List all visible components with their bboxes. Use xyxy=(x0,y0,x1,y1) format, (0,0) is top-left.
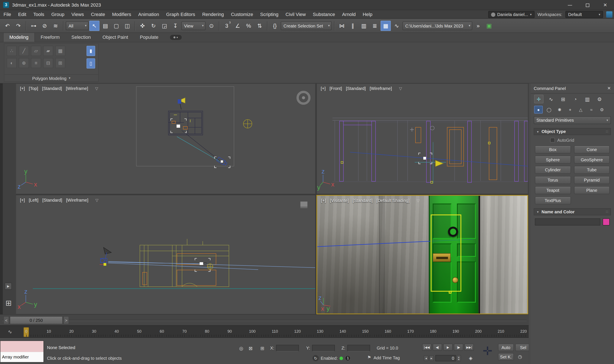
front-viewport-preset-menu[interactable]: [Standard] xyxy=(346,86,366,91)
pm-vertex-button[interactable]: ∴ xyxy=(7,46,17,56)
select-and-scale-button[interactable]: ◲ xyxy=(159,20,170,31)
auto-key-button[interactable]: Auto xyxy=(498,344,514,351)
shapes-category[interactable]: ◯ xyxy=(545,106,553,114)
pm-element-button[interactable]: ▩ xyxy=(55,46,65,56)
frame-spinner[interactable]: ▴▾ xyxy=(457,355,461,361)
select-and-rotate-button[interactable]: ↻ xyxy=(148,20,159,31)
ribbon-tab-modeling[interactable]: Modeling xyxy=(3,32,35,42)
top-viewport-shading-menu[interactable]: [Wireframe] xyxy=(66,86,88,91)
plane-button[interactable]: Plane xyxy=(574,186,610,194)
object-color-swatch[interactable] xyxy=(603,219,610,225)
pm-show-end-result-button[interactable]: ▯ xyxy=(87,58,95,69)
create-tab[interactable]: ✛ xyxy=(534,95,543,103)
menu-help[interactable]: Help xyxy=(359,10,376,19)
camera-viewport-pov-menu[interactable]: [Visitante] xyxy=(330,198,349,203)
name-color-rollout[interactable]: ▼ Name and Color ∷ xyxy=(534,208,611,215)
pm-modifier-mode-button[interactable]: ▮ xyxy=(87,46,95,56)
ribbon-tab-populate[interactable]: Populate xyxy=(134,33,164,42)
reference-coordinate-dropdown[interactable]: View▾ xyxy=(181,21,206,30)
top-viewport-preset-menu[interactable]: [Standard] xyxy=(42,86,62,91)
use-pivot-point-button[interactable]: ⊙ xyxy=(206,20,217,31)
rectangular-selection-button[interactable]: ▢ xyxy=(111,20,121,31)
menu-edit[interactable]: Edit xyxy=(15,10,30,19)
maxscript-mini-listener[interactable]: Array modifier xyxy=(0,340,44,363)
left-viewport-shading-menu[interactable]: [Wireframe] xyxy=(66,198,88,202)
hierarchy-tab[interactable]: ⊞ xyxy=(558,95,568,103)
lights-category[interactable]: ✺ xyxy=(555,106,564,114)
autogrid-checkbox[interactable]: AutoGrid xyxy=(550,138,614,143)
systems-category[interactable]: ⚙ xyxy=(598,106,606,114)
track-bar[interactable]: ∿ 01020304050607080901001101201301401501… xyxy=(0,325,529,338)
menu-civil-view[interactable]: Civil View xyxy=(282,10,309,19)
camera-viewport-preset-menu[interactable]: [Standard] xyxy=(353,198,372,203)
y-coord-input[interactable] xyxy=(312,345,335,351)
geometry-category[interactable]: ● xyxy=(534,106,543,114)
pm-border-button[interactable]: ▱ xyxy=(31,46,41,56)
menu-tools[interactable]: Tools xyxy=(30,10,48,19)
add-time-tag-button[interactable]: ⚑ Add Time Tag xyxy=(367,355,400,360)
helpers-category[interactable]: △ xyxy=(576,106,585,114)
subcategory-dropdown[interactable]: Standard Primitives ▾ xyxy=(534,116,611,124)
top-viewport-pov-menu[interactable]: [Top] xyxy=(29,86,38,91)
set-key-button[interactable]: Set K. xyxy=(498,353,514,361)
menu-create[interactable]: Create xyxy=(87,10,108,19)
textplus-button[interactable]: TextPlus xyxy=(535,196,571,204)
menu-animation[interactable]: Animation xyxy=(135,10,163,19)
time-slider-handle[interactable]: 0 / 250 xyxy=(10,316,63,324)
select-and-place-button[interactable]: ↧ xyxy=(170,20,181,31)
utilities-tab[interactable]: ⚙ xyxy=(595,95,604,103)
window-crossing-button[interactable]: ◫ xyxy=(122,20,132,31)
left-viewport-general-menu[interactable]: [+] xyxy=(20,198,25,202)
camera-viewport-general-menu[interactable]: [+] xyxy=(321,198,326,203)
ribbon-tab-selection[interactable]: Selection xyxy=(65,33,97,42)
menu-scripting[interactable]: Scripting xyxy=(257,10,282,19)
project-folder-dropdown[interactable]: C:\Users\dani...\3ds Max 2023▾ xyxy=(403,21,472,30)
play-button[interactable]: ▶ xyxy=(443,344,453,351)
scene-security-indicator[interactable]: ↻ Enabled: 1 xyxy=(313,355,351,361)
cone-button[interactable]: Cone xyxy=(574,145,610,154)
select-and-link-button[interactable]: ⊶ xyxy=(28,20,39,31)
selected-key-filter-button[interactable]: Sel xyxy=(515,344,528,351)
x-coord-input[interactable] xyxy=(276,345,299,351)
select-by-name-button[interactable]: ▤ xyxy=(100,20,110,31)
workspaces-icon[interactable] xyxy=(606,11,612,17)
camera-viewport[interactable]: z x y [+][Visitante][Standard][Default S… xyxy=(316,195,528,314)
time-slider-track[interactable] xyxy=(2,320,527,321)
display-tab[interactable]: ▥ xyxy=(583,95,592,103)
current-frame-input[interactable] xyxy=(435,355,456,361)
teapot-button[interactable]: Teapot xyxy=(535,186,571,194)
previous-frame-arrow[interactable]: < xyxy=(4,316,9,324)
ribbon-panel-options-icon[interactable]: ▾ xyxy=(170,35,182,40)
isolate-selection-toggle[interactable]: ◎ xyxy=(237,345,245,352)
macro-recorder-pane[interactable] xyxy=(0,341,43,352)
pm-polygon-button[interactable]: ▰ xyxy=(43,46,53,56)
redo-button[interactable]: ↷ xyxy=(13,20,24,31)
close-button[interactable]: ✕ xyxy=(596,0,614,10)
front-viewport-pov-menu[interactable]: [Front] xyxy=(330,86,342,91)
minimize-button[interactable] xyxy=(561,0,579,10)
toggle-layer-explorer-button[interactable]: ≣ xyxy=(370,20,380,31)
toggle-ribbon-button[interactable]: ▦ xyxy=(380,20,391,31)
top-viewport-general-menu[interactable]: [+] xyxy=(20,86,25,91)
next-frame-button[interactable]: |▶ xyxy=(454,344,463,351)
undo-button[interactable]: ↶ xyxy=(2,20,13,31)
ribbon-tab-object-paint[interactable]: Object Paint xyxy=(97,33,134,42)
account-menu[interactable]: Daniela daniel... ▾ xyxy=(488,11,535,18)
menu-graph-editors[interactable]: Graph Editors xyxy=(163,10,199,19)
toggle-scene-explorer-button[interactable]: ▥ xyxy=(359,20,369,31)
next-key-button[interactable]: ▸ xyxy=(429,355,434,361)
geosphere-button[interactable]: GeoSphere xyxy=(574,156,610,164)
previous-frame-button[interactable]: ◀| xyxy=(433,344,442,351)
menu-views[interactable]: Views xyxy=(68,10,87,19)
save-to-cloud-icon[interactable]: ▣ xyxy=(484,20,494,31)
snaps-toggle-button[interactable]: 33 xyxy=(222,20,232,31)
menu-arnold[interactable]: Arnold xyxy=(339,10,359,19)
edit-named-selection-sets-button[interactable]: {} xyxy=(270,20,280,31)
cameras-category[interactable]: ⌖ xyxy=(566,106,574,114)
bind-to-space-warp-button[interactable]: ≋ xyxy=(51,20,61,31)
viewport-filter-icon[interactable]: ▽ xyxy=(95,198,98,202)
spinner-snap-button[interactable]: ⇅ xyxy=(255,20,265,31)
pm-preview-button[interactable]: ◐ xyxy=(7,58,17,68)
camera-viewport-shading-menu[interactable]: [Default Shading] xyxy=(377,198,410,203)
pm-edge-button[interactable]: ╱ xyxy=(19,46,29,56)
